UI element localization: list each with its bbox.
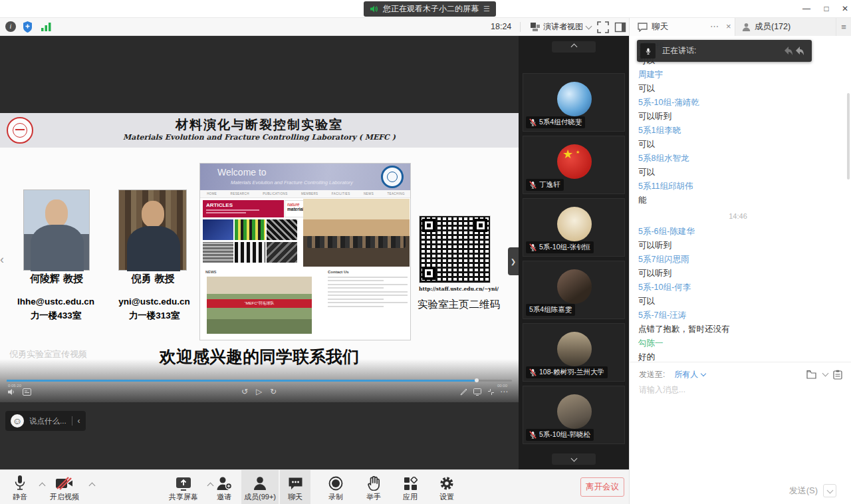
subtitle-icon <box>23 388 31 396</box>
participant-tile[interactable]: 108-赖树羽-兰州大学 <box>523 323 625 382</box>
participant-tile[interactable]: 5系4组付晓斐 <box>523 73 625 132</box>
chat-icon <box>288 477 303 491</box>
danmaku-input-bar[interactable]: ☺ 说点什么... ‹ <box>5 411 86 431</box>
maximize-button[interactable]: □ <box>818 3 835 15</box>
close-button[interactable]: ✕ <box>836 3 851 15</box>
danmaku-placeholder[interactable]: 说点什么... <box>29 416 66 426</box>
chat-message: 可以 <box>638 295 844 309</box>
forward-icon: ↻ <box>270 387 277 396</box>
meeting-clock: 18:24 <box>491 22 511 31</box>
chat-close-icon[interactable]: × <box>726 21 731 31</box>
meeting-topbar: i 18:24 演讲者视图 聊天 ⋯ × 成员(172) ≡ <box>0 18 851 36</box>
active-mic-icon <box>640 43 656 59</box>
chat-history-folder-icon[interactable] <box>806 370 818 379</box>
professor1-name: 何陵辉 教授 <box>13 273 100 285</box>
avatar <box>557 394 592 429</box>
banner-menu-icon[interactable]: ☰ <box>483 5 490 13</box>
danmaku-divider <box>72 416 72 426</box>
members-icon <box>253 476 267 491</box>
website-nav-item: TEACHING <box>387 192 404 195</box>
invite-button[interactable]: 邀请 <box>207 473 241 502</box>
member-icon <box>742 23 751 31</box>
members-button[interactable]: 成员(99+) <box>241 473 279 502</box>
participant-name: 5系-10组-张钊恒 <box>539 243 590 252</box>
view-mode-label: 演讲者视图 <box>543 21 583 33</box>
participant-tile[interactable]: 5系-10组-郭晓松 <box>523 386 625 444</box>
participant-video-strip: 5系4组付晓斐 ★★ 丁逸轩 5系-10组-张钊恒 5系4组陈嘉雯 108-赖树… <box>519 36 629 469</box>
chevron-down-icon <box>570 455 577 461</box>
chat-sender-self: 勾陈一 <box>638 336 844 350</box>
emoji-icon[interactable]: ☺ <box>11 414 24 428</box>
leave-meeting-button[interactable]: 离开会议 <box>580 477 624 497</box>
chat-label: 聊天 <box>280 492 310 502</box>
professor2-email: yni@ustc.edu.cn <box>105 297 203 307</box>
chat-scrollbar[interactable] <box>847 93 850 180</box>
send-button[interactable]: 发送(S) <box>789 484 836 497</box>
chat-more-icon[interactable]: ⋯ <box>710 21 719 31</box>
lab-website-screenshot: Welcome to Materials Evolution and Fract… <box>199 163 411 340</box>
chat-message-input[interactable] <box>639 384 838 464</box>
shrink-icon <box>487 388 495 396</box>
video-options-chevron[interactable] <box>89 483 96 489</box>
settings-label: 设置 <box>429 492 464 502</box>
chevron-down-icon[interactable] <box>701 371 706 376</box>
speaking-label: 正在讲话: <box>662 45 783 57</box>
tab-members[interactable]: 成员(172) <box>735 18 836 36</box>
view-mode-selector[interactable]: 演讲者视图 <box>527 20 595 34</box>
website-news-label: NEWS <box>205 270 217 274</box>
strip-collapse-handle[interactable]: ❯ <box>508 247 519 275</box>
website-nav-item: FACILITIES <box>332 192 350 195</box>
reply-arrow-icon <box>789 45 805 58</box>
professor1-photo <box>23 189 90 271</box>
rewind-icon: ↺ <box>241 387 248 396</box>
minimize-button[interactable]: — <box>798 3 815 15</box>
announcement-icon[interactable] <box>833 370 842 380</box>
participant-name: 108-赖树羽-兰州大学 <box>539 368 604 377</box>
mute-button[interactable]: 静音 <box>1 473 39 502</box>
chat-sender: 5系11组邱胡伟 <box>638 180 844 193</box>
participant-tile[interactable]: 5系4组陈嘉雯 <box>523 261 625 319</box>
scroll-down-button[interactable] <box>552 453 596 465</box>
slide-title-en: Materials Evolution and Fracture Control… <box>0 133 519 142</box>
network-signal-icon[interactable] <box>41 23 52 31</box>
panel-menu-icon[interactable]: ≡ <box>836 18 851 36</box>
meeting-info-icon[interactable]: i <box>5 21 16 32</box>
chevron-down-icon[interactable] <box>822 370 829 377</box>
share-screen-button[interactable]: 共享屏幕 <box>161 473 206 502</box>
chat-sender: 5系1组李晓 <box>638 124 844 138</box>
participant-name: 5系4组陈嘉雯 <box>529 305 572 315</box>
send-to-selector[interactable]: 所有人 <box>674 369 698 380</box>
muted-mic-icon <box>529 368 537 376</box>
side-panel-toggle-icon[interactable] <box>614 21 626 33</box>
send-button-label[interactable]: 发送(S) <box>789 485 818 497</box>
chat-timestamp: 14:46 <box>638 207 838 225</box>
participant-tile[interactable]: 5系-10组-张钊恒 <box>523 198 625 257</box>
fullscreen-icon[interactable] <box>597 21 609 33</box>
watching-screen-banner[interactable]: 您正在观看木子小二的屏幕 ☰ <box>364 1 496 17</box>
mute-label: 静音 <box>1 492 39 502</box>
collapse-left-icon[interactable]: ‹ <box>78 416 80 426</box>
research-image-grid <box>203 219 300 263</box>
scroll-up-button[interactable] <box>552 41 596 53</box>
security-shield-icon[interactable] <box>23 21 33 33</box>
slide-title-cn: 材料演化与断裂控制实验室 <box>0 116 519 134</box>
apps-button[interactable]: 应用 <box>393 473 427 502</box>
website-nav-item: HOME <box>207 192 217 195</box>
chat-sender: 5系-7组-汪涛 <box>638 309 844 322</box>
start-video-button[interactable]: 开启视频 <box>43 473 86 502</box>
professor2-photo <box>118 189 187 271</box>
tab-chat[interactable]: 聊天 <box>629 18 735 36</box>
chat-button[interactable]: 聊天 <box>280 473 310 502</box>
website-nav-item: MEMBERS <box>301 192 318 195</box>
send-to-row: 发送至: 所有人 <box>639 367 842 382</box>
record-button[interactable]: 录制 <box>318 473 353 502</box>
chat-message: 可以 <box>638 138 844 152</box>
raise-hand-button[interactable]: 举手 <box>356 473 391 502</box>
send-options-button[interactable] <box>823 484 836 497</box>
settings-button[interactable]: 设置 <box>429 473 464 502</box>
share-prev-arrow-icon[interactable]: ‹ <box>0 253 4 267</box>
chat-input-divider <box>630 362 851 362</box>
toolbar-divider <box>520 22 521 32</box>
tab-chat-label: 聊天 <box>652 21 668 33</box>
participant-tile[interactable]: ★★ 丁逸轩 <box>523 136 625 194</box>
